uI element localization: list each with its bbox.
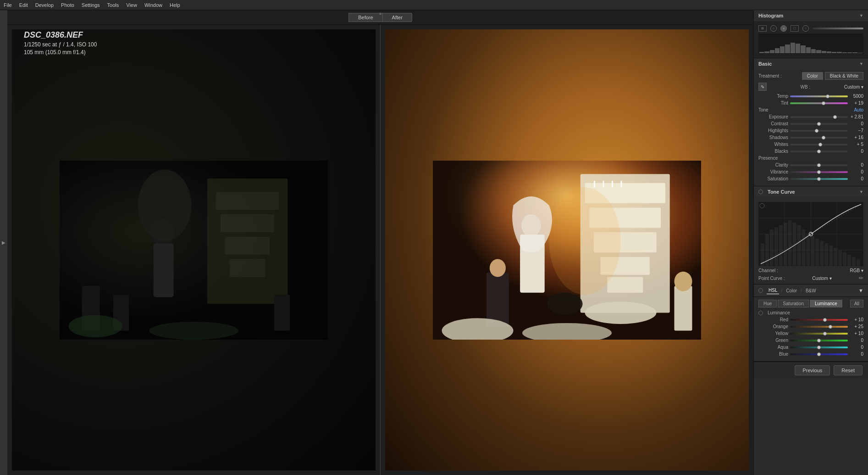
saturation-slider[interactable] bbox=[790, 178, 848, 180]
photo-area: DSC_0386.NEF 1/1250 sec at ƒ / 1.4, ISO … bbox=[7, 25, 753, 475]
hist-bar bbox=[822, 51, 826, 53]
point-curve-edit-icon[interactable]: ✏ bbox=[859, 275, 863, 281]
wb-eyedropper-button[interactable]: ✎ bbox=[758, 83, 767, 91]
temp-value: 5000 bbox=[850, 94, 863, 99]
tint-slider-row: Tint + 19 bbox=[758, 101, 863, 106]
shadows-slider[interactable] bbox=[790, 137, 848, 139]
menu-bar: File Edit Develop Photo Settings Tools V… bbox=[0, 0, 868, 10]
hist-circle2-icon[interactable]: ● bbox=[780, 25, 787, 32]
hist-circle1-icon[interactable]: ○ bbox=[770, 25, 777, 32]
lum-red-slider-row: Red + 10 bbox=[758, 317, 863, 322]
svg-rect-62 bbox=[838, 250, 842, 266]
svg-point-9 bbox=[138, 169, 192, 241]
exposure-value: + 2.81 bbox=[850, 114, 863, 119]
bw-tab[interactable]: B&W bbox=[804, 287, 818, 294]
shadows-slider-row: Shadows + 16 bbox=[758, 135, 863, 140]
menu-window[interactable]: Window bbox=[144, 2, 162, 8]
whites-label: Whites bbox=[758, 142, 788, 147]
treatment-bw-button[interactable]: Black & White bbox=[825, 72, 863, 80]
lum-green-slider[interactable] bbox=[790, 340, 848, 341]
svg-point-27 bbox=[585, 302, 657, 324]
wb-label: WB : bbox=[801, 84, 811, 89]
histogram-exposure-slider[interactable] bbox=[813, 28, 863, 29]
highlights-slider[interactable] bbox=[790, 130, 848, 132]
hist-bar bbox=[785, 45, 790, 53]
lum-blue-slider[interactable] bbox=[790, 353, 848, 355]
svg-rect-50 bbox=[784, 223, 787, 266]
temp-slider-row: Temp 5000 bbox=[758, 94, 863, 99]
hue-tab-button[interactable]: Hue bbox=[758, 300, 777, 307]
tint-slider[interactable] bbox=[790, 102, 848, 104]
svg-rect-61 bbox=[834, 248, 837, 266]
hist-square-icon[interactable]: □ bbox=[791, 25, 799, 32]
svg-rect-55 bbox=[807, 234, 810, 266]
blacks-slider[interactable] bbox=[790, 151, 848, 152]
temp-slider[interactable] bbox=[790, 95, 848, 97]
svg-rect-6 bbox=[230, 259, 265, 277]
lum-yellow-slider[interactable] bbox=[790, 333, 848, 335]
contrast-slider-row: Contrast 0 bbox=[758, 121, 863, 126]
before-button[interactable]: Before bbox=[348, 13, 382, 22]
hist-grid-icon[interactable]: ⊞ bbox=[758, 25, 767, 32]
vibrance-label: Vibrance bbox=[758, 169, 788, 174]
menu-develop[interactable]: Develop bbox=[35, 2, 54, 8]
previous-button[interactable]: Previous bbox=[795, 365, 830, 375]
color-tab[interactable]: Color bbox=[784, 287, 799, 294]
tone-auto-link[interactable]: Auto bbox=[854, 107, 863, 112]
channel-value[interactable]: RGB ▾ bbox=[850, 268, 863, 273]
tone-curve-dot[interactable] bbox=[758, 190, 763, 194]
menu-edit[interactable]: Edit bbox=[19, 2, 28, 8]
svg-rect-33 bbox=[674, 286, 692, 331]
menu-tools[interactable]: Tools bbox=[107, 2, 119, 8]
menu-help[interactable]: Help bbox=[170, 2, 180, 8]
tone-curve-collapse-icon: ▼ bbox=[859, 190, 863, 194]
point-curve-value[interactable]: Custom ▾ bbox=[812, 276, 831, 281]
svg-rect-54 bbox=[802, 229, 806, 266]
whites-slider[interactable] bbox=[790, 144, 848, 145]
after-photo-panel bbox=[381, 25, 753, 475]
lum-red-slider[interactable] bbox=[790, 319, 848, 321]
lum-orange-slider[interactable] bbox=[790, 326, 848, 328]
hist-circle3-icon[interactable]: ○ bbox=[802, 25, 809, 32]
left-panel-toggle[interactable]: ▶ bbox=[0, 10, 7, 475]
luminance-dot[interactable] bbox=[758, 311, 763, 315]
svg-point-32 bbox=[547, 292, 583, 315]
histogram-body: ⊞ ○ ● □ ○ bbox=[754, 21, 868, 58]
exposure-slider[interactable] bbox=[790, 116, 848, 118]
presence-section-title: Presence bbox=[758, 156, 863, 161]
luminance-label: Luminance bbox=[768, 310, 790, 315]
histogram-toolbar: ⊞ ○ ● □ ○ bbox=[758, 25, 863, 32]
saturation-tab-button[interactable]: Saturation bbox=[778, 300, 809, 307]
menu-file[interactable]: File bbox=[4, 2, 12, 8]
wb-value[interactable]: Custom ▾ bbox=[844, 84, 863, 89]
hsl-tab[interactable]: HSL bbox=[767, 287, 779, 294]
svg-rect-8 bbox=[154, 243, 174, 297]
after-button[interactable]: After bbox=[383, 13, 412, 22]
svg-rect-24 bbox=[603, 180, 604, 187]
all-tab-button[interactable]: All bbox=[850, 300, 863, 307]
blacks-value: 0 bbox=[850, 149, 863, 154]
menu-photo[interactable]: Photo bbox=[61, 2, 74, 8]
hsl-section: HSL / Color / B&W ▼ Hue Saturation Lumin… bbox=[754, 285, 868, 362]
vibrance-slider[interactable] bbox=[790, 171, 848, 173]
basic-section: Basic ▼ Treatment : Color Black & White … bbox=[754, 58, 868, 186]
basic-header[interactable]: Basic ▼ bbox=[754, 58, 868, 69]
histogram-header[interactable]: Histogram ▼ bbox=[754, 10, 868, 21]
hist-bar bbox=[811, 49, 816, 53]
hsl-dot[interactable] bbox=[758, 288, 763, 293]
reset-button[interactable]: Reset bbox=[834, 365, 862, 375]
clarity-slider[interactable] bbox=[790, 164, 848, 166]
menu-view[interactable]: View bbox=[126, 2, 137, 8]
hsl-body: Hue Saturation Luminance All Luminance R… bbox=[754, 297, 868, 361]
treatment-color-button[interactable]: Color bbox=[802, 72, 823, 80]
menu-settings[interactable]: Settings bbox=[82, 2, 100, 8]
contrast-slider[interactable] bbox=[790, 123, 848, 125]
hist-bar bbox=[759, 52, 764, 53]
lum-aqua-slider[interactable] bbox=[790, 346, 848, 348]
tone-curve-canvas[interactable] bbox=[758, 202, 863, 266]
hist-bar bbox=[770, 50, 774, 53]
tone-curve-header[interactable]: Tone Curve ▼ bbox=[754, 186, 868, 197]
svg-rect-49 bbox=[779, 225, 783, 266]
luminance-tab-button[interactable]: Luminance bbox=[810, 300, 842, 307]
view-bar: ▲ Before After bbox=[7, 10, 753, 25]
